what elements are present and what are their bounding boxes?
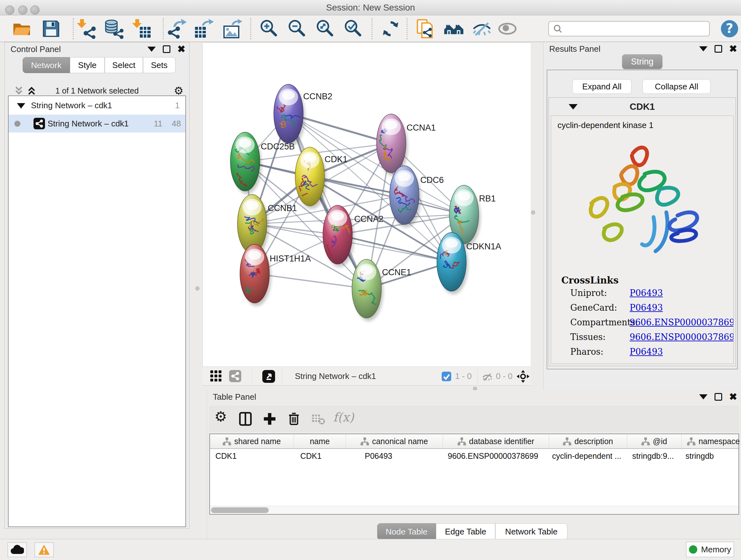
toolbar-separator (250, 18, 251, 39)
save-session-button[interactable] (41, 18, 61, 39)
warnings-button[interactable] (35, 543, 54, 557)
network-edge[interactable] (255, 273, 367, 289)
delete-column-icon[interactable] (286, 412, 301, 426)
birdseye-navigator-icon[interactable] (516, 370, 530, 383)
float-panel-icon[interactable] (163, 45, 171, 53)
column-header-namespace[interactable]: namespace (682, 434, 741, 448)
crosslink-row: Uniprot:P06493 (551, 286, 733, 300)
window-zoom-button[interactable] (30, 5, 40, 15)
copy-network-icon (415, 18, 436, 39)
import-network-from-database-button[interactable] (104, 18, 124, 39)
crosslink-row: GeneCard:P06493 (551, 300, 733, 315)
tab-network-table[interactable]: Network Table (495, 523, 567, 540)
memory-label: Memory (701, 545, 731, 555)
collection-label: String Network – cdk1 (31, 96, 112, 115)
help-button[interactable]: ? (719, 18, 740, 39)
panel-menu-icon[interactable] (699, 46, 708, 51)
crosslink-value-link[interactable]: P06493 (630, 345, 663, 359)
collapse-all-button[interactable]: Collapse All (643, 79, 711, 94)
attribute-type-icon (563, 437, 571, 445)
network-canvas[interactable]: CCNB2CCNA1CDC25BCDK1CDC6RB1CCNB1CCNA2CDK… (202, 43, 531, 367)
close-panel-icon[interactable]: ✖ (729, 45, 737, 53)
table-horizontal-scrollbar[interactable] (210, 506, 738, 514)
table-row[interactable]: CDK1CDK1P064939606.ENSP00000378699cyclin… (210, 449, 738, 463)
import-network-from-file-button[interactable] (76, 18, 97, 39)
memory-button[interactable]: Memory (686, 542, 734, 557)
network-collection-row[interactable]: String Network – cdk1 1 (9, 96, 185, 115)
toolbar-separator (372, 18, 373, 39)
window-minimize-button[interactable] (18, 5, 27, 15)
column-header-description[interactable]: description (549, 434, 627, 448)
create-column-icon[interactable] (262, 412, 277, 426)
float-panel-icon[interactable] (715, 45, 722, 53)
control-panel-tabs: NetworkStyleSelectSets (23, 57, 176, 73)
tab-node-table[interactable]: Node Table (377, 523, 436, 540)
splitter-handle[interactable] (195, 287, 199, 291)
tab-network[interactable]: Network (23, 57, 70, 73)
tab-style[interactable]: Style (70, 57, 105, 73)
search-field (548, 21, 710, 37)
detach-view-icon[interactable] (262, 370, 275, 383)
import-table-from-file-button[interactable] (131, 18, 152, 39)
toolbar-separator (163, 18, 164, 39)
tab-select[interactable]: Select (105, 57, 143, 73)
selected-checkbox-icon[interactable] (442, 372, 451, 381)
column-header-database-identifier[interactable]: database identifier (443, 434, 549, 448)
column-header-shared-name[interactable]: shared name (210, 434, 294, 448)
crosslink-value-link[interactable]: 9606.ENSP00000378699 (630, 315, 734, 330)
export-image-icon (222, 18, 243, 39)
export-image-button[interactable] (222, 18, 243, 39)
show-all-button[interactable] (497, 18, 518, 39)
network-node-CDK1[interactable] (295, 147, 327, 209)
crosslink-label: Compartments: (570, 315, 638, 330)
table-options-gear-icon[interactable]: ⚙ (214, 408, 227, 425)
hidden-eye-icon[interactable] (482, 371, 493, 382)
expand-all-button[interactable]: Expand All (572, 79, 631, 94)
zoom-out-button[interactable] (286, 18, 307, 39)
crosslink-value-link[interactable]: P06493 (630, 300, 663, 315)
network-edge[interactable] (338, 235, 452, 262)
toolbar-divider (252, 369, 253, 384)
network-node-CCNB2[interactable] (274, 84, 305, 146)
table-cell: stringdb:9... (627, 449, 682, 463)
scrollbar-thumb[interactable] (211, 507, 269, 513)
window-close-button[interactable] (5, 5, 14, 15)
close-panel-icon[interactable]: ✖ (729, 393, 737, 401)
node-result-header[interactable]: CDK1 (549, 98, 736, 116)
tab-string[interactable]: String (622, 54, 663, 69)
export-table-button[interactable] (194, 18, 214, 39)
export-network-button[interactable] (166, 18, 187, 39)
zoom-selected-button[interactable] (343, 18, 363, 39)
cloud-button[interactable] (8, 543, 27, 557)
grid-view-icon[interactable] (210, 370, 222, 382)
panel-menu-icon[interactable] (699, 394, 708, 399)
control-panel: Control Panel ✖ NetworkStyleSelectSets 1… (4, 42, 190, 529)
tab-edge-table[interactable]: Edge Table (436, 523, 495, 540)
network-node-CCNE1[interactable] (352, 259, 383, 321)
float-panel-icon[interactable] (715, 393, 722, 401)
column-header--id[interactable]: @id (627, 434, 682, 448)
hide-selected-button[interactable] (472, 18, 492, 39)
crosslink-value-link[interactable]: P06493 (630, 286, 663, 300)
open-session-button[interactable] (11, 18, 32, 39)
network-share-badge-icon[interactable] (229, 370, 241, 382)
refresh-button[interactable] (381, 18, 401, 39)
show-columns-icon[interactable] (238, 412, 253, 426)
close-panel-icon[interactable]: ✖ (178, 45, 185, 53)
crosslink-value-link[interactable]: 9606.ENSP00000378699 (630, 330, 734, 345)
network-node-CDC25B[interactable] (230, 132, 262, 194)
new-network-from-selection-button[interactable] (415, 18, 436, 39)
selected-count: 1 - 0 (455, 367, 472, 385)
panel-menu-icon[interactable] (147, 47, 156, 52)
tab-sets[interactable]: Sets (143, 57, 176, 73)
search-input[interactable] (565, 22, 706, 35)
splitter-handle[interactable] (531, 210, 535, 214)
network-row-selected[interactable]: String Network – cdk1 11 48 (9, 115, 185, 132)
zoom-fit-button[interactable] (315, 18, 335, 39)
zoom-in-button[interactable] (259, 18, 279, 39)
crosslink-label: GeneCard: (570, 300, 617, 315)
first-neighbors-button[interactable] (444, 18, 464, 39)
collection-expand-icon[interactable] (17, 103, 25, 109)
column-header-name[interactable]: name (294, 434, 346, 448)
column-header-canonical-name[interactable]: canonical name (346, 434, 443, 448)
